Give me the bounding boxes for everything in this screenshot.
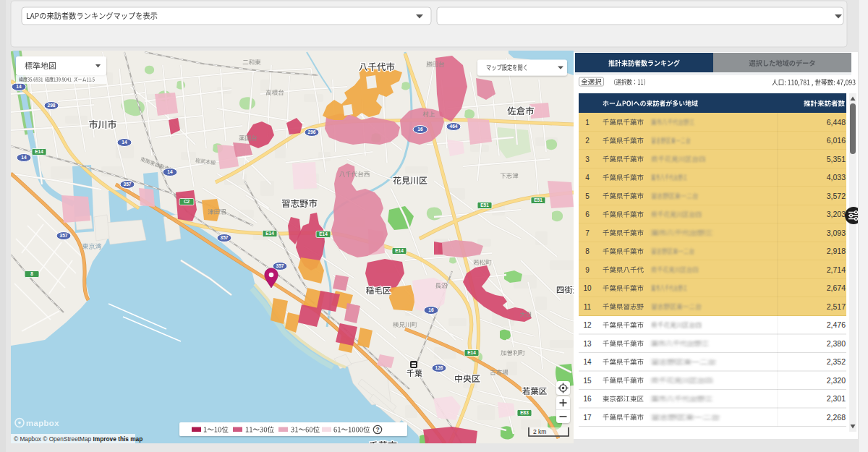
svg-text:17: 17 [583,414,592,422]
svg-text:14: 14 [122,140,127,145]
svg-text:298: 298 [47,103,55,108]
svg-text:E83: E83 [520,410,529,415]
svg-text:3: 3 [585,155,590,163]
svg-text:3,572: 3,572 [827,192,846,200]
svg-text:14: 14 [167,169,173,174]
svg-text:6,016: 6,016 [827,136,846,145]
svg-text:2,918: 2,918 [827,247,846,255]
svg-text:E51: E51 [480,202,489,208]
svg-text:4,033: 4,033 [827,173,846,182]
svg-text:2,517: 2,517 [827,302,846,311]
svg-text:6: 6 [585,210,590,218]
svg-text:296: 296 [307,129,315,135]
svg-text:14: 14 [21,155,27,160]
svg-text:2,320: 2,320 [827,376,846,385]
svg-text:2 km: 2 km [533,428,546,435]
svg-text:9: 9 [585,266,590,274]
svg-text:8: 8 [585,247,590,255]
svg-text:2,674: 2,674 [827,283,846,292]
svg-text:7: 7 [585,229,590,237]
svg-text:E51: E51 [534,197,542,202]
svg-text:16: 16 [583,395,592,403]
svg-text:?: ? [375,426,379,433]
svg-text:E14: E14 [319,231,328,236]
svg-text:E14: E14 [35,149,43,154]
svg-text:5: 5 [585,192,590,200]
svg-text:E14: E14 [395,248,404,253]
svg-text:C2: C2 [184,199,190,204]
svg-text:3,203: 3,203 [827,210,846,218]
svg-text:13: 13 [583,340,592,348]
svg-text:3,093: 3,093 [827,229,846,237]
svg-text:2,301: 2,301 [827,394,846,403]
svg-text:357: 357 [123,182,131,187]
svg-text:14: 14 [16,84,22,89]
svg-text:2,380: 2,380 [827,339,846,348]
svg-text:mapbox: mapbox [26,419,59,427]
svg-text:1: 1 [585,119,590,127]
svg-text:2,352: 2,352 [827,357,846,366]
svg-text:464: 464 [449,124,457,129]
svg-text:16: 16 [417,127,423,132]
svg-text:5,351: 5,351 [827,155,846,163]
svg-text:2,268: 2,268 [827,413,846,422]
svg-text:14: 14 [583,358,592,366]
svg-text:© Mapbox © OpenStreetMap Impro: © Mapbox © OpenStreetMap Improve this ma… [14,435,142,443]
svg-text:6,448: 6,448 [827,118,846,127]
svg-text:15: 15 [583,377,592,385]
svg-text:2,714: 2,714 [827,265,846,274]
svg-text:2,476: 2,476 [827,320,846,329]
svg-text:11: 11 [584,303,592,311]
svg-text:126: 126 [435,365,443,370]
svg-text:16: 16 [428,307,434,312]
svg-text:357: 357 [59,233,67,238]
svg-text:10: 10 [583,284,592,292]
svg-text:E14: E14 [265,231,274,236]
svg-text:2: 2 [585,137,590,145]
svg-text:357: 357 [220,235,228,240]
svg-text:4: 4 [585,174,590,182]
svg-text:E14: E14 [467,350,476,355]
svg-text:357: 357 [276,263,284,268]
svg-text:12: 12 [583,321,592,329]
svg-text:8: 8 [30,271,33,276]
